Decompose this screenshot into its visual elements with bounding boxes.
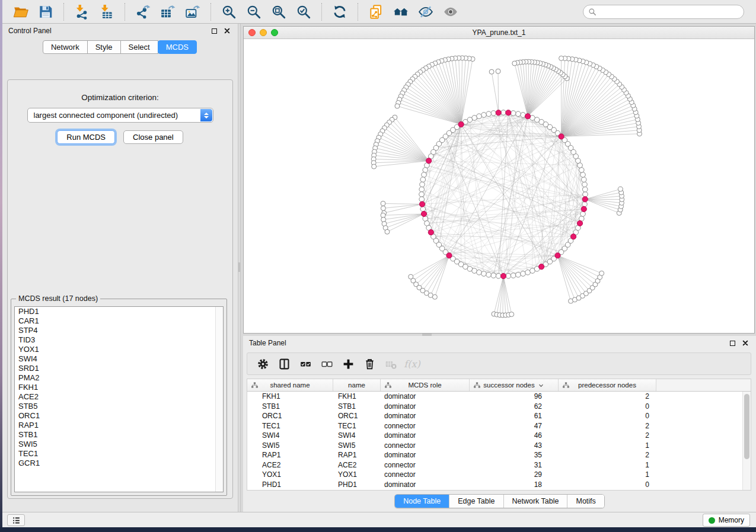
network-window-titlebar[interactable]: YPA_prune.txt_1 [244,27,754,39]
export-table-button[interactable] [157,2,178,22]
mcds-hub-node[interactable] [581,206,586,211]
mcds-result-item[interactable]: SWI4 [15,354,223,364]
tab-select[interactable]: Select [120,40,158,54]
tab-network[interactable]: Network [43,40,88,54]
table-row[interactable]: TEC1TEC1connector472 [247,421,742,431]
network-canvas-area[interactable] [244,39,754,333]
column-header-predecessor-nodes[interactable]: predecessor nodes [559,379,656,391]
mcds-hub-node[interactable] [582,197,588,202]
show-eye-button[interactable] [440,2,461,22]
table-scrollbar[interactable] [742,392,751,490]
home-button[interactable] [390,2,412,22]
mcds-result-item[interactable]: PHD1 [15,307,223,316]
search-box[interactable] [583,5,744,19]
column-header-name[interactable]: name [333,379,381,391]
mcds-result-item[interactable]: STB5 [15,402,223,411]
mcds-hub-node[interactable] [458,121,464,127]
import-table-button[interactable] [96,2,117,22]
mcds-result-item[interactable]: ORC1 [15,411,223,421]
mcds-hub-node[interactable] [570,234,576,239]
close-panel-button[interactable]: Close panel [123,130,183,144]
table-panel-float-button[interactable] [728,338,737,348]
mcds-result-item[interactable]: STB1 [15,430,223,440]
tab-node-table[interactable]: Node Table [395,495,449,508]
tab-style[interactable]: Style [87,40,121,54]
refresh-button[interactable] [329,2,350,22]
table-panel-close-button[interactable] [741,338,750,348]
export-network-button[interactable] [132,2,154,22]
dropdown-stepper-icon [200,109,212,121]
zoom-in-button[interactable] [218,2,240,22]
table-row[interactable]: STB1STB1dominator620 [247,402,742,412]
export-image-button[interactable] [182,2,203,22]
splitter-handle[interactable] [238,262,240,272]
mcds-hub-node[interactable] [555,253,560,258]
mcds-result-item[interactable]: TEC1 [15,449,223,459]
mcds-hub-node[interactable] [539,264,544,270]
table-row[interactable]: ACE2ACE2connector311 [247,460,742,470]
mcds-hub-node[interactable] [496,110,501,116]
column-header-shared-name[interactable]: shared name [247,379,333,391]
clone-network-button[interactable] [365,2,387,22]
mcds-hub-node[interactable] [428,230,433,235]
mcds-result-item[interactable]: PMA2 [15,373,223,383]
criterion-dropdown[interactable]: largest connected component (undirected) [27,108,213,123]
mcds-hub-node[interactable] [446,253,452,258]
delete-row-button[interactable] [361,355,378,373]
mcds-result-item[interactable]: STP4 [15,326,223,335]
mcds-result-item[interactable]: YOX1 [15,345,223,354]
column-header-successor-nodes[interactable]: successor nodes [470,379,559,391]
mcds-hub-node[interactable] [506,110,511,116]
save-button[interactable] [35,2,56,22]
mcds-hub-node[interactable] [421,211,426,216]
add-row-button[interactable] [339,355,357,373]
mcds-hub-node[interactable] [577,220,582,226]
network-canvas[interactable] [244,39,754,333]
network-list-button[interactable] [7,514,25,526]
table-row[interactable]: PHD1PHD1dominator180 [247,480,742,490]
search-input[interactable] [599,8,739,16]
table-row[interactable]: RAP1RAP1dominator352 [247,450,742,460]
control-panel-float-button[interactable] [209,26,219,36]
control-panel-close-button[interactable] [222,26,232,36]
mcds-hub-node[interactable] [525,114,530,119]
hide-eye-button[interactable] [415,2,436,22]
mcds-result-item[interactable]: FKH1 [15,383,223,392]
mcds-hub-node[interactable] [559,134,564,139]
gear-button[interactable] [254,355,272,373]
mcds-result-item[interactable]: GCR1 [15,459,223,468]
memory-button[interactable]: Memory [703,514,750,527]
table-row[interactable]: SWI5SWI5connector431 [247,441,742,451]
tab-mcds[interactable]: MCDS [158,40,197,54]
mcds-result-item[interactable]: TID3 [15,335,223,345]
columns-button[interactable] [275,355,293,373]
mcds-list-scrollbar[interactable] [215,307,223,492]
mcds-result-item[interactable]: RAP1 [15,421,223,430]
desktop-wallpaper-bottom [0,527,756,532]
tab-edge-table[interactable]: Edge Table [449,495,503,508]
zoom-fit-button[interactable] [268,2,289,22]
mcds-hub-node[interactable] [419,201,425,207]
column-header-MCDS-role[interactable]: MCDS role [381,379,470,391]
table-row[interactable]: ORC1ORC1dominator610 [247,411,742,421]
mcds-hub-node[interactable] [500,273,506,278]
unselect-all-button[interactable] [318,355,336,373]
mcds-result-item[interactable]: ACE2 [15,392,223,402]
table-row[interactable]: FKH1FKH1dominator962 [247,392,742,402]
mcds-result-item[interactable]: CAR1 [15,316,223,326]
mcds-result-item[interactable]: SRD1 [15,364,223,373]
tab-motifs[interactable]: Motifs [567,495,604,508]
table-row[interactable]: YOX1YOX1connector291 [247,470,742,480]
mcds-result-item[interactable]: SWI5 [15,440,223,449]
select-all-button[interactable] [296,355,314,373]
run-mcds-button[interactable]: Run MCDS [57,130,115,144]
open-folder-button[interactable] [10,2,31,22]
table-row[interactable]: SWI4SWI4dominator462 [247,431,742,441]
tab-network-table[interactable]: Network Table [504,495,568,508]
zoom-selected-button[interactable] [293,2,314,22]
zoom-out-button[interactable] [243,2,264,22]
import-network-button[interactable] [71,2,92,22]
mcds-result-list[interactable]: PHD1CAR1STP4TID3YOX1SWI4SRD1PMA2FKH1ACE2… [14,306,224,492]
table-scrollbar-thumb[interactable] [744,394,749,459]
mcds-hub-node[interactable] [426,158,432,164]
